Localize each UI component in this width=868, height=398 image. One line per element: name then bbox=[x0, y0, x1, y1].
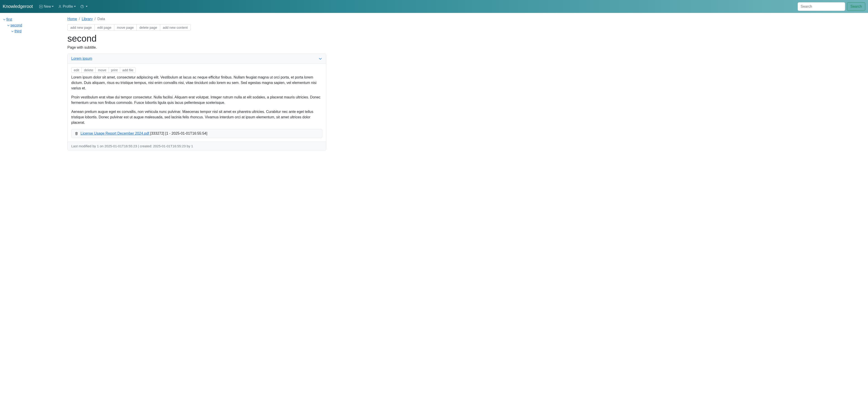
page-actions: add new page edit page move page delete … bbox=[67, 24, 191, 31]
content-paragraph: Proin vestibulum erat vitae dui tempor c… bbox=[71, 95, 322, 105]
move-page-button[interactable]: move page bbox=[114, 24, 137, 31]
add-file-button[interactable]: add file bbox=[120, 67, 136, 73]
profile-dropdown[interactable]: Profile bbox=[56, 3, 78, 10]
search-input[interactable] bbox=[798, 2, 845, 11]
add-new-page-button[interactable]: add new page bbox=[67, 24, 95, 31]
delete-content-button[interactable]: delete bbox=[82, 67, 96, 73]
tree-label: first bbox=[6, 18, 12, 22]
page-subtitle: Page with subtitle. bbox=[67, 45, 326, 50]
content-paragraph: Aenean pretium augue eget ex convallis, … bbox=[71, 109, 322, 125]
content-card-footer: Last modified by 1 on 2025-01-01T16:55:2… bbox=[68, 142, 326, 150]
content-actions: edit delete move print add file bbox=[71, 67, 136, 73]
file-link[interactable]: License Usage Report December 2024.pdf bbox=[81, 131, 150, 135]
caret-down-icon bbox=[74, 6, 76, 7]
content-title-link[interactable]: Lorem ipsum bbox=[71, 57, 92, 61]
chevron-down-icon bbox=[11, 30, 14, 33]
new-label: New bbox=[44, 4, 51, 9]
print-content-button[interactable]: print bbox=[109, 67, 120, 73]
main-content: Home / Library / Data add new page edit … bbox=[63, 13, 330, 155]
plus-square-icon bbox=[39, 5, 43, 8]
edit-page-button[interactable]: edit page bbox=[95, 24, 114, 31]
edit-content-button[interactable]: edit bbox=[71, 67, 82, 73]
navbar: Knowledgeroot New Profile Search bbox=[0, 0, 868, 13]
sidebar: first second third bbox=[0, 13, 63, 155]
breadcrumb-sep: / bbox=[77, 17, 82, 21]
content-card-body: edit delete move print add file Lorem ip… bbox=[68, 64, 326, 142]
content-card-header: Lorem ipsum bbox=[68, 54, 326, 64]
help-dropdown[interactable] bbox=[78, 3, 90, 10]
file-attachment-row: License Usage Report December 2024.pdf [… bbox=[71, 129, 322, 138]
profile-label: Profile bbox=[63, 4, 73, 9]
search-button[interactable]: Search bbox=[847, 2, 865, 11]
new-dropdown[interactable]: New bbox=[37, 3, 56, 10]
breadcrumb-sep: / bbox=[93, 17, 97, 21]
svg-point-5 bbox=[82, 7, 82, 7]
add-new-content-button[interactable]: add new content bbox=[160, 24, 191, 31]
sidebar-item-second[interactable]: second bbox=[3, 22, 61, 28]
move-content-button[interactable]: move bbox=[96, 67, 109, 73]
sidebar-item-first[interactable]: first bbox=[3, 17, 61, 22]
caret-down-icon bbox=[86, 6, 88, 7]
breadcrumb: Home / Library / Data bbox=[67, 17, 326, 21]
question-circle-icon bbox=[80, 5, 84, 8]
content-card: Lorem ipsum edit delete move print add f… bbox=[67, 54, 326, 150]
person-icon bbox=[58, 5, 62, 8]
chevron-down-icon bbox=[3, 18, 6, 21]
content-paragraph: Lorem ipsum dolor sit amet, consectetur … bbox=[71, 75, 322, 91]
svg-point-3 bbox=[59, 5, 61, 6]
breadcrumb-library[interactable]: Library bbox=[82, 17, 93, 21]
caret-down-icon bbox=[52, 6, 54, 7]
chevron-down-icon bbox=[7, 24, 10, 27]
trash-icon[interactable] bbox=[75, 132, 78, 135]
brand-link[interactable]: Knowledgeroot bbox=[3, 4, 33, 9]
breadcrumb-home[interactable]: Home bbox=[67, 17, 77, 21]
chevron-down-icon[interactable] bbox=[318, 57, 322, 61]
sidebar-item-third[interactable]: third bbox=[3, 28, 61, 34]
file-meta: [333272] [1 - 2025-01-01T16:55:54] bbox=[150, 131, 208, 135]
tree-label: third bbox=[14, 29, 22, 33]
breadcrumb-current: Data bbox=[97, 17, 105, 21]
delete-page-button[interactable]: delete page bbox=[137, 24, 160, 31]
page-title: second bbox=[67, 33, 326, 44]
tree-label: second bbox=[10, 23, 22, 27]
